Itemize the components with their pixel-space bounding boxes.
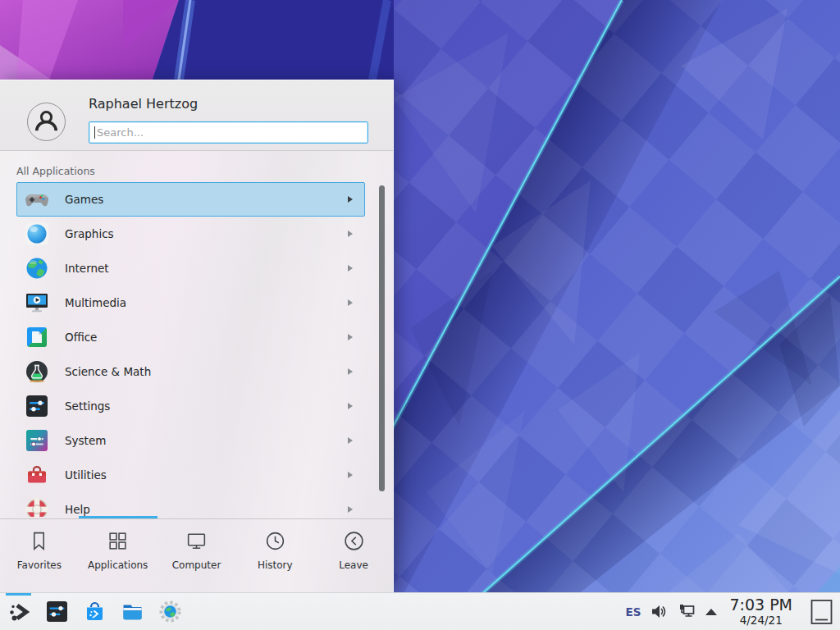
submenu-arrow-icon: [348, 506, 353, 513]
application-launcher-button[interactable]: [0, 593, 38, 630]
digital-clock[interactable]: 7:03 PM 4/24/21: [726, 597, 796, 627]
category-utilities[interactable]: Utilities: [16, 458, 365, 492]
category-multimedia[interactable]: Multimedia: [16, 285, 365, 320]
submenu-arrow-icon: [348, 403, 353, 409]
leave-back-icon: [343, 530, 365, 552]
graphics-sphere-icon: [24, 221, 50, 247]
tab-history[interactable]: History: [235, 519, 314, 592]
category-system[interactable]: System: [16, 423, 365, 458]
utilities-toolbox-icon: [24, 462, 50, 488]
category-games[interactable]: Games: [16, 182, 365, 217]
category-list: Games Graphics: [0, 182, 393, 517]
tab-leave[interactable]: Leave: [314, 519, 393, 592]
internet-globe-icon: [24, 255, 50, 281]
desktop[interactable]: { "launcher": { "user_name": "Raphael He…: [0, 0, 840, 630]
submenu-arrow-icon: [348, 196, 353, 203]
discover-task[interactable]: [75, 593, 113, 630]
submenu-arrow-icon: [348, 437, 353, 444]
konqueror-task[interactable]: [151, 593, 189, 630]
active-task-indicator: [6, 593, 31, 596]
science-flask-icon: [24, 358, 50, 385]
user-avatar-icon[interactable]: [27, 103, 66, 141]
system-sliders-icon: [24, 427, 50, 454]
tab-favorites[interactable]: Favorites: [0, 519, 79, 592]
category-help[interactable]: Help: [16, 492, 365, 517]
submenu-arrow-icon: [348, 472, 353, 478]
clock-time: 7:03 PM: [729, 597, 792, 613]
keyboard-layout-indicator[interactable]: ES: [625, 605, 641, 619]
network-icon[interactable]: [678, 602, 696, 621]
konqueror-globe-gear-icon: [158, 600, 182, 623]
search-input[interactable]: [89, 121, 368, 144]
system-tray: ES 7:03 PM 4/24/21: [625, 597, 840, 627]
submenu-arrow-icon: [348, 368, 353, 375]
settings-sliders-icon: [24, 393, 50, 419]
applications-grid-icon: [107, 530, 129, 552]
user-name: Raphael Hertzog: [89, 96, 198, 112]
dolphin-task[interactable]: [113, 593, 151, 630]
submenu-arrow-icon: [348, 299, 353, 306]
kde-kickoff-icon: [7, 600, 31, 623]
system-settings-icon: [45, 600, 69, 623]
clock-date: 4/24/21: [729, 615, 792, 627]
multimedia-monitor-icon: [24, 290, 50, 316]
launcher-header: Raphael Hertzog: [0, 80, 393, 151]
gamepad-icon: [24, 186, 50, 212]
submenu-arrow-icon: [348, 231, 353, 237]
category-internet[interactable]: Internet: [16, 251, 365, 285]
launcher-tabbar: Favorites Applications Computer History: [0, 518, 393, 592]
search-field-wrap: [89, 121, 368, 144]
help-lifering-icon: [24, 496, 50, 517]
section-label: All Applications: [16, 165, 95, 177]
taskbar-panel: ES 7:03 PM 4/24/21: [0, 592, 840, 630]
category-science-math[interactable]: Science & Math: [16, 354, 365, 389]
expand-tray-arrow-icon[interactable]: [705, 609, 717, 615]
category-office[interactable]: Office: [16, 320, 365, 354]
dolphin-folder-icon: [121, 600, 144, 623]
application-launcher-popup: Raphael Hertzog All Applications Games: [0, 80, 394, 592]
volume-icon[interactable]: [650, 602, 669, 621]
history-clock-icon: [264, 530, 286, 552]
show-desktop-button[interactable]: [810, 598, 833, 626]
scrollbar[interactable]: [379, 185, 385, 491]
favorites-bookmark-icon: [28, 530, 50, 552]
category-graphics[interactable]: Graphics: [16, 217, 365, 251]
tab-computer[interactable]: Computer: [158, 519, 236, 592]
computer-monitor-icon: [185, 530, 208, 552]
text-caret: [94, 126, 95, 139]
submenu-arrow-icon: [348, 334, 353, 340]
discover-bag-icon: [83, 600, 107, 623]
category-settings[interactable]: Settings: [16, 389, 365, 423]
tab-applications[interactable]: Applications: [79, 519, 158, 592]
office-documents-icon: [24, 324, 50, 350]
submenu-arrow-icon: [348, 265, 353, 272]
system-settings-task[interactable]: [38, 593, 75, 630]
